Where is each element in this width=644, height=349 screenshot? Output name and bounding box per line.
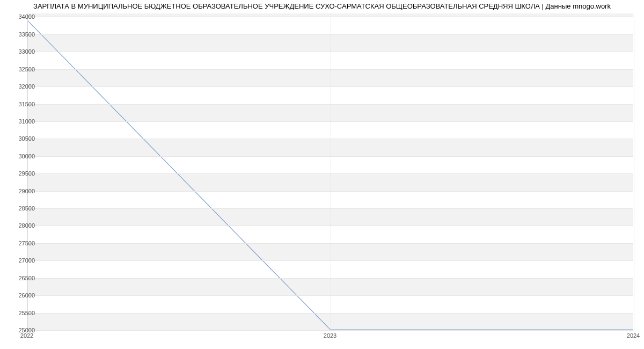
plot-area [27,13,633,330]
x-gridline [634,13,634,330]
y-tick-label: 26500 [18,275,35,281]
y-tick-label: 30500 [18,135,35,142]
y-tick-label: 28000 [18,222,35,229]
y-gridline [27,330,633,331]
x-tick-label: 2022 [20,332,33,339]
chart-container: ЗАРПЛАТА В МУНИЦИПАЛЬНОЕ БЮДЖЕТНОЕ ОБРАЗ… [0,0,644,349]
x-gridline [331,13,331,330]
chart-title: ЗАРПЛАТА В МУНИЦИПАЛЬНОЕ БЮДЖЕТНОЕ ОБРАЗ… [0,2,644,10]
y-tick-label: 31000 [18,118,35,125]
y-tick-label: 25500 [18,310,35,316]
y-tick-label: 29000 [18,188,35,194]
y-tick-label: 29500 [18,170,35,177]
y-tick-label: 32500 [18,66,35,72]
y-tick-label: 30000 [18,153,35,159]
y-tick-label: 27500 [18,240,35,246]
y-tick-label: 34000 [18,13,35,20]
y-tick-label: 26000 [18,292,35,299]
y-tick-label: 28500 [18,205,35,212]
y-tick-label: 32000 [18,83,35,90]
y-tick-label: 27000 [18,257,35,264]
x-tick-label: 2023 [324,332,336,339]
y-tick-label: 31500 [18,101,35,107]
y-tick-label: 33000 [18,48,35,55]
y-tick-label: 33500 [18,31,35,38]
x-tick-label: 2024 [627,332,640,339]
